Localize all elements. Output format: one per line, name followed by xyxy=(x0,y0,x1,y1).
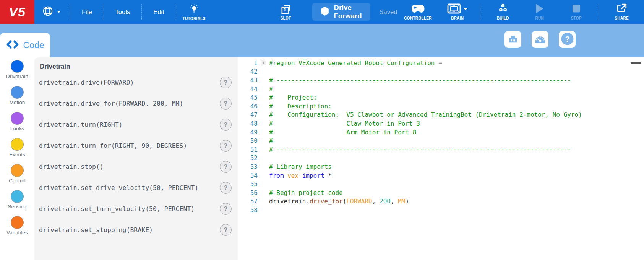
sidebar-item-motion[interactable]: Motion xyxy=(10,86,25,105)
share-icon xyxy=(616,3,627,15)
controller-label: CONTROLLER xyxy=(404,16,431,20)
build-button[interactable]: BUILD xyxy=(485,3,521,20)
run-icon xyxy=(535,3,544,15)
editor-line[interactable]: 44# xyxy=(238,85,644,93)
category-color-dot[interactable] xyxy=(11,216,24,229)
sidebar-item-control[interactable]: Control xyxy=(9,164,26,183)
category-label: Control xyxy=(9,178,26,183)
fold-expand-icon[interactable]: + xyxy=(261,61,266,65)
command-help-button[interactable]: ? xyxy=(220,182,232,194)
editor-line[interactable]: 48# Claw Motor in Port 3 xyxy=(238,119,644,128)
editor-line[interactable]: 54from vex import * xyxy=(238,171,644,180)
code-text: from vex import * xyxy=(269,172,332,179)
code-editor[interactable]: 1+#region VEXcode Generated Robot Config… xyxy=(238,57,644,260)
controller-icon xyxy=(412,3,425,15)
line-number: 54 xyxy=(238,172,258,179)
command-help-button[interactable]: ? xyxy=(220,203,232,215)
editor-line[interactable]: 47# Configuration: V5 Clawbot or Advance… xyxy=(238,111,644,119)
help-button[interactable]: ? xyxy=(559,31,576,48)
project-name: Drive Forward xyxy=(334,3,362,20)
category-color-dot[interactable] xyxy=(11,164,24,177)
build-label: BUILD xyxy=(497,16,509,20)
editor-line[interactable]: 58 xyxy=(238,206,644,214)
code-token: # Library imports xyxy=(269,163,332,170)
category-color-dot[interactable] xyxy=(11,138,24,151)
editor-line[interactable]: 43# ------------------------------------… xyxy=(238,76,644,85)
editor-line[interactable]: 45# Project: xyxy=(238,93,644,102)
editor-line[interactable]: 52 xyxy=(238,154,644,163)
sidebar-item-variables[interactable]: Variables xyxy=(6,216,28,235)
command-snippet[interactable]: drivetrain.set_stopping(BRAKE) xyxy=(39,226,153,234)
sidebar-item-sensing[interactable]: Sensing xyxy=(8,190,27,209)
command-help-button[interactable]: ? xyxy=(220,140,232,152)
command-snippet[interactable]: drivetrain.set_turn_velocity(50, PERCENT… xyxy=(39,205,195,213)
tutorials-button[interactable]: TUTORIALS xyxy=(176,3,212,21)
code-text: # Library imports xyxy=(269,163,332,170)
globe-icon xyxy=(42,5,54,18)
run-button: RUN xyxy=(522,3,558,20)
device-info-button[interactable] xyxy=(504,31,521,48)
controller-button[interactable]: CONTROLLER xyxy=(397,3,438,20)
menu-file[interactable]: File xyxy=(70,8,104,16)
slot-button[interactable]: 1 SLOT xyxy=(268,3,304,20)
category-label: Variables xyxy=(6,230,28,235)
code-token: from xyxy=(269,172,284,179)
save-status: Saved xyxy=(380,8,397,16)
command-help-button[interactable]: ? xyxy=(220,224,232,236)
code-token: 200 xyxy=(380,198,391,205)
editor-line[interactable]: 51# ------------------------------------… xyxy=(238,145,644,154)
code-token: # Project: xyxy=(269,94,317,101)
actions-divider xyxy=(599,4,599,20)
category-label: Sensing xyxy=(8,204,27,209)
language-globe-button[interactable] xyxy=(34,5,70,18)
command-row: drivetrain.drive_for(FORWARD, 200, MM)? xyxy=(39,93,238,114)
editor-line[interactable]: 57drivetrain.drive_for(FORWARD, 200, MM) xyxy=(238,197,644,206)
category-label: Drivetrain xyxy=(6,74,28,79)
category-color-dot[interactable] xyxy=(11,60,24,73)
menu-tools[interactable]: Tools xyxy=(104,8,142,16)
sidebar-item-events[interactable]: Events xyxy=(9,138,25,157)
command-snippet[interactable]: drivetrain.drive(FORWARD) xyxy=(39,79,134,86)
editor-line[interactable]: 56# Begin project code xyxy=(238,188,644,197)
command-snippet[interactable]: drivetrain.drive_for(FORWARD, 200, MM) xyxy=(39,100,183,107)
brain-button[interactable]: BRAIN xyxy=(440,3,475,20)
code-text: # Arm Motor in Port 8 xyxy=(269,129,416,136)
line-number: 49 xyxy=(238,129,258,136)
stop-button: STOP xyxy=(558,3,594,20)
category-color-dot[interactable] xyxy=(11,190,24,203)
share-button[interactable]: SHARE xyxy=(604,3,640,20)
editor-line[interactable]: 55 xyxy=(238,180,644,188)
command-help-button[interactable]: ? xyxy=(220,161,232,173)
command-snippet[interactable]: drivetrain.turn(RIGHT) xyxy=(39,121,123,128)
menu-edit[interactable]: Edit xyxy=(142,8,175,16)
category-color-dot[interactable] xyxy=(11,112,24,125)
editor-line[interactable]: 49# Arm Motor in Port 8 xyxy=(238,128,644,137)
feedback-button[interactable]: FEEDBACK xyxy=(641,3,644,20)
command-snippet[interactable]: drivetrain.stop() xyxy=(39,163,104,170)
slot-number: 1 xyxy=(280,7,290,13)
sidebar-item-drivetrain[interactable]: Drivetrain xyxy=(6,60,28,79)
scrollbar-thumb[interactable] xyxy=(631,62,641,64)
category-color-dot[interactable] xyxy=(11,86,24,99)
brain-label: BRAIN xyxy=(451,16,464,20)
command-help-button[interactable]: ? xyxy=(220,77,232,88)
command-snippet[interactable]: drivetrain.set_drive_velocity(50, PERCEN… xyxy=(39,184,198,191)
editor-line[interactable]: 1+#region VEXcode Generated Robot Config… xyxy=(238,59,644,67)
editor-line[interactable]: 42 xyxy=(238,67,644,76)
sidebar-item-looks[interactable]: Looks xyxy=(10,112,24,131)
tab-code[interactable]: Code xyxy=(0,33,50,57)
code-text: # Begin project code xyxy=(269,189,343,196)
dashboard-button[interactable] xyxy=(532,31,548,48)
command-help-button[interactable]: ? xyxy=(220,119,232,131)
code-text: # xyxy=(269,137,273,144)
code-text: # Claw Motor in Port 3 xyxy=(269,120,420,127)
tutorials-label: TUTORIALS xyxy=(183,16,206,21)
editor-line[interactable]: 50# xyxy=(238,136,644,145)
editor-line[interactable]: 46# Description: xyxy=(238,102,644,111)
command-snippet[interactable]: drivetrain.turn_for(RIGHT, 90, DEGREES) xyxy=(39,142,187,149)
editor-line[interactable]: 53# Library imports xyxy=(238,162,644,171)
project-name-button[interactable]: Drive Forward xyxy=(312,3,370,21)
code-text: # xyxy=(269,85,273,93)
command-row: drivetrain.turn(RIGHT)? xyxy=(39,114,238,135)
command-help-button[interactable]: ? xyxy=(220,98,232,110)
